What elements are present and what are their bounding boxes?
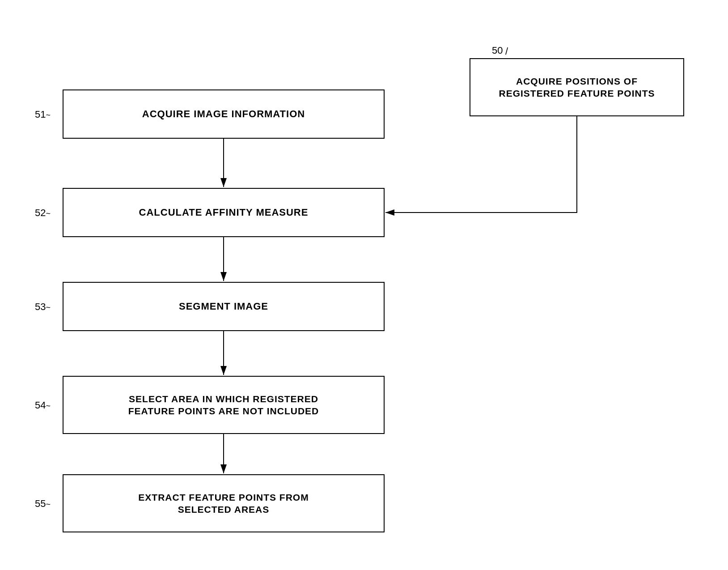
node-50: ACQUIRE POSITIONS OFREGISTERED FEATURE P… bbox=[470, 58, 684, 116]
label-53: 53~ bbox=[35, 301, 51, 313]
diagram-container: ACQUIRE POSITIONS OFREGISTERED FEATURE P… bbox=[0, 0, 728, 570]
node-53: SEGMENT IMAGE bbox=[63, 282, 385, 331]
node-55: EXTRACT FEATURE POINTS FROMSELECTED AREA… bbox=[63, 474, 385, 532]
label-51: 51~ bbox=[35, 109, 51, 120]
label-52: 52~ bbox=[35, 207, 51, 219]
label-55: 55~ bbox=[35, 498, 51, 510]
label-50: 50 bbox=[492, 45, 503, 56]
node-52: CALCULATE AFFINITY MEASURE bbox=[63, 188, 385, 237]
node-54: SELECT AREA IN WHICH REGISTEREDFEATURE P… bbox=[63, 376, 385, 434]
label-54: 54~ bbox=[35, 400, 51, 411]
node-51: ACQUIRE IMAGE INFORMATION bbox=[63, 89, 385, 139]
